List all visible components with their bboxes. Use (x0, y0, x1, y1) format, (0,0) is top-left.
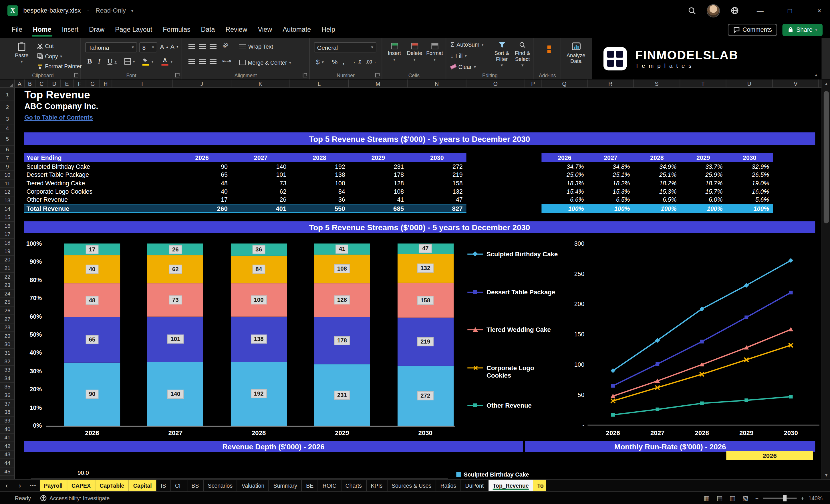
row-header-19[interactable]: 19 (0, 247, 15, 256)
year-header-2028[interactable]: 2028 (290, 154, 349, 161)
total-value[interactable]: 550 (290, 204, 349, 212)
column-header-G[interactable]: G (86, 80, 99, 88)
pct-year-header-2028[interactable]: 2028 (634, 154, 680, 161)
cell-value[interactable]: 26 (231, 196, 290, 203)
column-header-K[interactable]: K (231, 80, 290, 88)
cell-percent[interactable]: 18.3% (541, 180, 587, 186)
column-header-C[interactable]: C (35, 80, 48, 88)
merge-center-button[interactable]: Merge & Center ▾ (240, 59, 291, 65)
sheet-title[interactable]: Top Revenue (24, 89, 90, 101)
settings-globe-button[interactable] (729, 4, 741, 17)
scroll-down-icon[interactable]: ▼ (822, 471, 830, 479)
cell-value[interactable]: 231 (349, 164, 408, 170)
cut-button[interactable]: Cut (37, 43, 54, 49)
cell-percent[interactable]: 15.4% (541, 188, 587, 194)
column-header-V[interactable]: V (773, 80, 819, 88)
wrap-text-button[interactable]: Wrap Text (240, 43, 273, 50)
row-header-43[interactable]: 43 (0, 450, 15, 459)
cell-value[interactable]: 40 (172, 188, 231, 194)
cell-value[interactable]: 100 (290, 180, 349, 186)
align-top-icon[interactable] (189, 44, 195, 49)
row-header-26[interactable]: 26 (0, 307, 15, 315)
row-header-23[interactable]: 23 (0, 281, 15, 290)
column-header-S[interactable]: S (634, 80, 680, 88)
cell-percent[interactable]: 26.5% (726, 171, 773, 178)
menu-tab-draw[interactable]: Draw (84, 23, 110, 37)
menu-tab-home[interactable]: Home (28, 23, 57, 37)
cell-percent[interactable]: 32.9% (726, 164, 773, 170)
cell-percent[interactable]: 6.6% (541, 196, 587, 203)
row-header-20[interactable]: 20 (0, 256, 15, 264)
row-header-40[interactable]: 40 (0, 425, 15, 434)
clipboard-dialog-launcher[interactable] (74, 73, 78, 77)
sheet-tab-cf[interactable]: CF (171, 480, 187, 492)
minimize-button[interactable]: — (749, 0, 771, 21)
cell-value[interactable]: 272 (408, 164, 466, 170)
copy-button[interactable]: Copy ▾ (37, 53, 62, 59)
row-header-2[interactable]: 2 (0, 101, 15, 114)
legend-item-dessert-table-package[interactable]: Dessert Table Package (467, 288, 561, 296)
sheet-tab-dupont[interactable]: DuPont (461, 480, 488, 492)
cell-percent[interactable]: 18.7% (680, 180, 726, 186)
cell-percent[interactable]: 34.7% (541, 164, 587, 170)
row-header-1[interactable]: 1 (0, 88, 15, 101)
cell-percent[interactable]: 15.3% (634, 188, 680, 194)
find-select-button[interactable]: Find & Select ▾ (513, 42, 533, 68)
cell-value[interactable]: 62 (231, 188, 290, 194)
scroll-up-icon[interactable]: ▲ (822, 80, 830, 88)
font-color-button[interactable]: A ▾ (161, 57, 172, 66)
pct-year-header-2026[interactable]: 2026 (541, 154, 587, 161)
accessibility-status[interactable]: Accessibility: Investigate (40, 495, 109, 501)
sheet-tab-capex[interactable]: CAPEX (67, 480, 95, 492)
column-header-F[interactable]: F (73, 80, 86, 88)
row-label[interactable]: Other Revenue (24, 196, 172, 203)
row-header-30[interactable]: 30 (0, 340, 15, 349)
row-header-41[interactable]: 41 (0, 434, 15, 442)
addins-button[interactable] (544, 45, 551, 53)
cell-value[interactable]: 101 (231, 171, 290, 178)
row-header-27[interactable]: 27 (0, 315, 15, 323)
maximize-button[interactable]: □ (779, 0, 800, 21)
zoom-out-button[interactable]: − (755, 495, 759, 501)
comma-button[interactable]: , (342, 57, 344, 66)
cell-percent[interactable]: 34.9% (634, 164, 680, 170)
sort-filter-button[interactable]: Sort & Filter ▾ (491, 42, 513, 68)
row-header-7[interactable]: 7 (0, 154, 15, 162)
cell-value[interactable]: 132 (408, 188, 466, 194)
row-header-3[interactable]: 3 (0, 113, 15, 124)
cell-percent[interactable]: 5.6% (726, 196, 773, 203)
column-header-E[interactable]: E (61, 80, 73, 88)
column-header-P[interactable]: P (525, 80, 541, 88)
year-header-2026[interactable]: 2026 (172, 154, 231, 161)
number-format-select[interactable]: General ▾ (314, 42, 376, 52)
row-header-6[interactable]: 6 (0, 146, 15, 154)
fill-button[interactable]: ↓ Fill ▾ (450, 52, 467, 59)
page-layout-view-icon[interactable]: ▥ (730, 494, 736, 502)
zoom-level[interactable]: 140% (808, 495, 823, 501)
row-header-33[interactable]: 33 (0, 366, 15, 374)
row-header-13[interactable]: 13 (0, 196, 15, 205)
cell-value[interactable]: 140 (231, 164, 290, 170)
row-header-44[interactable]: 44 (0, 459, 15, 468)
cell-percent[interactable]: 18.2% (587, 180, 634, 186)
row-header-4[interactable]: 4 (0, 124, 15, 132)
column-header-O[interactable]: O (467, 80, 525, 88)
alignment-dialog-launcher[interactable] (303, 73, 307, 77)
row-header-24[interactable]: 24 (0, 289, 15, 298)
italic-button[interactable]: I (98, 57, 100, 66)
legend-item-other-revenue[interactable]: Other Revenue (467, 402, 561, 410)
column-header-T[interactable]: T (680, 80, 726, 88)
cell-percent[interactable]: 33.7% (680, 164, 726, 170)
cell-percent[interactable]: 15.3% (587, 188, 634, 194)
cell-percent[interactable]: 25.1% (634, 171, 680, 178)
cell-value[interactable]: 17 (172, 196, 231, 203)
row-header-36[interactable]: 36 (0, 391, 15, 400)
menu-tab-view[interactable]: View (253, 23, 278, 37)
cell-percent[interactable]: 25.1% (587, 171, 634, 178)
format-painter-button[interactable]: Format Painter (37, 63, 82, 69)
align-right-icon[interactable] (210, 59, 217, 64)
cell-value[interactable]: 84 (290, 188, 349, 194)
cell-value[interactable]: 108 (349, 188, 408, 194)
row-header-35[interactable]: 35 (0, 383, 15, 391)
total-value[interactable]: 260 (172, 204, 231, 212)
